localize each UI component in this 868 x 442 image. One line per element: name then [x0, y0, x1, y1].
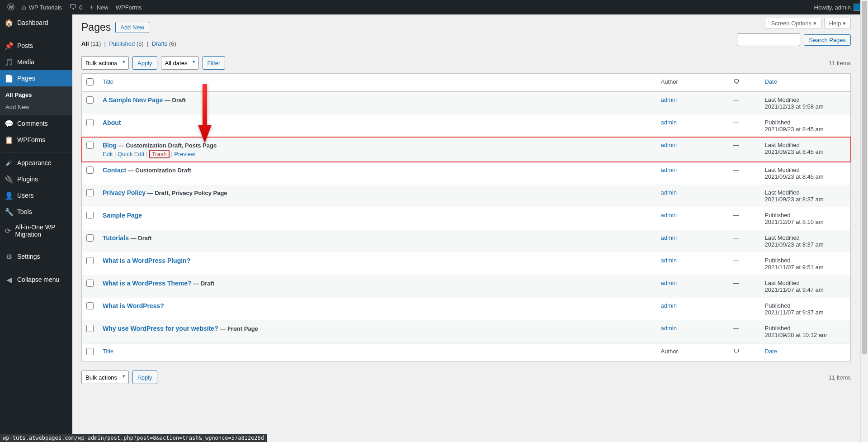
comments-count: 0: [79, 4, 82, 11]
new-link[interactable]: +New: [86, 0, 112, 14]
wp-logo[interactable]: ⓦ: [4, 0, 18, 14]
wpforms-label: WPForms: [116, 4, 142, 11]
admin-bar: ⓦ ⌂WP Tutorials 🗨0 +New WPForms Howdy, a…: [0, 0, 868, 14]
scrollbar-thumb[interactable]: [862, 1, 867, 14]
home-icon: ⌂: [22, 3, 26, 11]
comment-icon: 🗨: [69, 3, 76, 11]
plus-icon: +: [90, 3, 94, 11]
avatar-icon: [854, 4, 861, 11]
wordpress-icon: ⓦ: [7, 3, 14, 12]
wpforms-link[interactable]: WPForms: [112, 0, 146, 14]
howdy-label: Howdy, admin: [814, 4, 851, 11]
comments-link[interactable]: 🗨0: [66, 0, 86, 14]
scrollbar-track[interactable]: [860, 0, 868, 14]
new-label: New: [97, 4, 108, 11]
account-link[interactable]: Howdy, admin: [811, 0, 864, 14]
site-name-label: WP Tutorials: [29, 4, 62, 11]
site-name-link[interactable]: ⌂WP Tutorials: [18, 0, 66, 14]
